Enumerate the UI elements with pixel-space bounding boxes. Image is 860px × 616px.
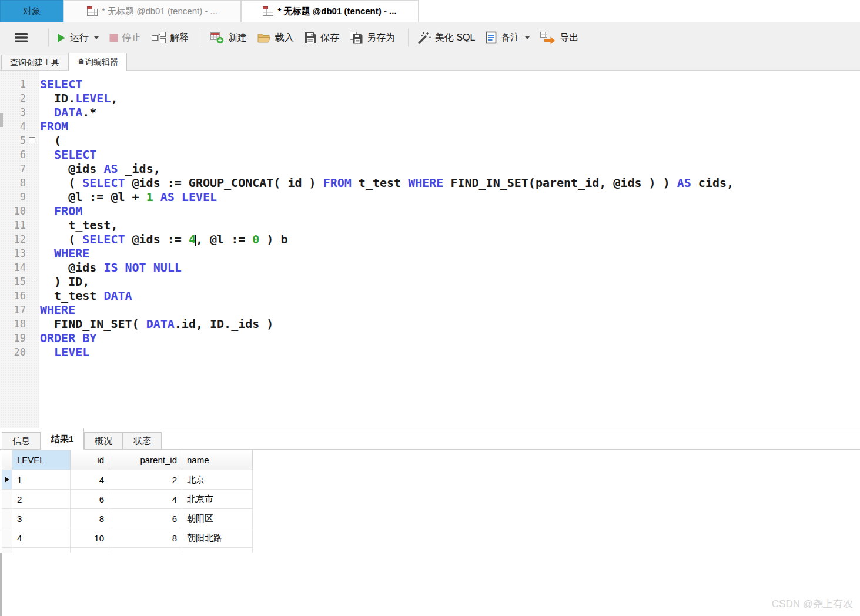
toolbar-separator	[202, 29, 202, 46]
grid-cell[interactable]: 4	[71, 470, 109, 490]
tab-query-1[interactable]: * 无标题 @db01 (tencent) - ...	[63, 0, 241, 22]
code-line[interactable]: 19ORDER BY	[0, 331, 860, 345]
note-dropdown-icon[interactable]	[525, 36, 530, 39]
sql-editor[interactable]: 1SELECT2 ID.LEVEL,3 DATA.*4FROM5 (6 SELE…	[0, 71, 860, 428]
grid-column-header[interactable]: LEVEL	[12, 450, 71, 470]
code-line[interactable]: 17WHERE	[0, 303, 860, 317]
new-query-button[interactable]: 新建	[210, 31, 247, 44]
code-text[interactable]: t_test DATA	[40, 289, 132, 303]
code-text[interactable]: @ids IS NOT NULL	[40, 260, 182, 274]
row-header-cell[interactable]	[2, 470, 12, 490]
code-line[interactable]: 11 t_test,	[0, 218, 860, 232]
save-as-label: 另存为	[367, 32, 395, 44]
grid-column-header[interactable]: parent_id	[109, 450, 182, 470]
code-text[interactable]: SELECT	[40, 77, 82, 91]
result-tab-result1[interactable]: 结果1	[41, 428, 84, 450]
explain-button[interactable]: 解释	[152, 32, 189, 44]
grid-cell[interactable]: 10	[71, 528, 109, 548]
grid-cell[interactable]: 8	[71, 509, 109, 528]
run-button[interactable]: 运行	[57, 32, 99, 44]
tab-objects[interactable]: 对象	[0, 0, 63, 22]
collapse-icon[interactable]	[29, 137, 35, 143]
code-text[interactable]: FIND_IN_SET( DATA.id, ID._ids )	[40, 317, 273, 331]
grid-cell[interactable]: 4	[12, 528, 71, 548]
code-line[interactable]: 7 @ids AS _ids,	[0, 162, 860, 176]
run-dropdown-icon[interactable]	[94, 36, 99, 39]
grid-corner-cell[interactable]	[2, 450, 12, 470]
code-text[interactable]: ) ID,	[40, 274, 89, 289]
code-line[interactable]: 3 DATA.*	[0, 105, 860, 119]
grid-row[interactable]: 142北京	[2, 470, 253, 490]
grid-row[interactable]: 386朝阳区	[2, 509, 253, 528]
grid-cell[interactable]: 1	[12, 470, 71, 490]
menu-button[interactable]	[14, 32, 28, 43]
tab-query-2-active[interactable]: * 无标题 @db01 (tencent) - ...	[241, 0, 419, 22]
code-line[interactable]: 12 ( SELECT @ids := 4, @l := 0 ) b	[0, 232, 860, 246]
code-text[interactable]: ( SELECT @ids := 4, @l := 0 ) b	[40, 232, 287, 246]
code-line[interactable]: 15 ) ID,	[0, 274, 860, 289]
tab-query-builder[interactable]: 查询创建工具	[1, 55, 68, 70]
grid-cell[interactable]: 北京	[182, 470, 253, 490]
code-text[interactable]: DATA.*	[40, 105, 96, 119]
grid-column-header[interactable]: name	[182, 450, 253, 470]
result-tab-info[interactable]: 信息	[2, 432, 41, 449]
code-text[interactable]: FROM	[40, 119, 68, 133]
code-line[interactable]: 4FROM	[0, 119, 860, 133]
code-text[interactable]: ID.LEVEL,	[40, 91, 118, 105]
code-line[interactable]: 6 SELECT	[0, 148, 860, 162]
result-tab-profile[interactable]: 概况	[84, 432, 123, 449]
code-line[interactable]: 16 t_test DATA	[0, 289, 860, 303]
code-text[interactable]: t_test,	[40, 218, 118, 232]
code-text[interactable]: LEVEL	[40, 345, 89, 359]
grid-cell[interactable]: 朝阳区	[182, 509, 253, 528]
code-text[interactable]: ( SELECT @ids := GROUP_CONCAT( id ) FROM…	[40, 176, 734, 190]
code-text[interactable]: @ids AS _ids,	[40, 162, 160, 176]
save-button[interactable]: 保存	[304, 32, 339, 44]
code-text[interactable]: WHERE	[40, 246, 89, 260]
code-text[interactable]: WHERE	[40, 303, 75, 317]
row-header-cell[interactable]	[2, 528, 12, 548]
fold-marker-start[interactable]	[26, 133, 39, 148]
grid-column-header[interactable]: id	[71, 450, 109, 470]
code-line[interactable]: 14 @ids IS NOT NULL	[0, 260, 860, 274]
grid-cell[interactable]: 2	[109, 470, 182, 490]
code-text[interactable]: SELECT	[40, 148, 96, 162]
grid-cell[interactable]: 8	[109, 528, 182, 548]
code-text[interactable]: FROM	[40, 204, 82, 218]
tab-query-builder-label: 查询创建工具	[10, 58, 59, 68]
save-as-icon	[350, 32, 363, 44]
beautify-sql-button[interactable]: 美化 SQL	[417, 31, 475, 44]
grid-cell[interactable]: 朝阳北路	[182, 528, 253, 548]
stop-button[interactable]: 停止	[109, 32, 141, 44]
grid-row[interactable]: 264北京市	[2, 490, 253, 509]
code-line[interactable]: 18 FIND_IN_SET( DATA.id, ID._ids )	[0, 317, 860, 331]
tab-query-editor[interactable]: 查询编辑器	[68, 53, 127, 71]
grid-cell[interactable]: 6	[109, 509, 182, 528]
code-text[interactable]: (	[40, 133, 61, 148]
grid-cell[interactable]: 4	[109, 490, 182, 509]
code-line[interactable]: 10 FROM	[0, 204, 860, 218]
export-button[interactable]: 导出	[540, 32, 578, 44]
result-tab-status[interactable]: 状态	[123, 432, 162, 449]
row-header-cell[interactable]	[2, 509, 12, 528]
grid-cell[interactable]: 2	[12, 490, 71, 509]
code-line[interactable]: 8 ( SELECT @ids := GROUP_CONCAT( id ) FR…	[0, 176, 860, 190]
grid-cell[interactable]: 北京市	[182, 490, 253, 509]
grid-row[interactable]: 4108朝阳北路	[2, 528, 253, 548]
query-table-icon	[87, 6, 98, 16]
code-line[interactable]: 2 ID.LEVEL,	[0, 91, 860, 105]
code-line[interactable]: 1SELECT	[0, 77, 860, 91]
code-text[interactable]: @l := @l + 1 AS LEVEL	[40, 190, 217, 204]
note-button[interactable]: 备注	[486, 31, 530, 44]
code-line[interactable]: 9 @l := @l + 1 AS LEVEL	[0, 190, 860, 204]
grid-cell[interactable]: 6	[71, 490, 109, 509]
load-button[interactable]: 载入	[257, 32, 294, 44]
code-line[interactable]: 13 WHERE	[0, 246, 860, 260]
grid-partial-row	[2, 548, 253, 553]
code-line[interactable]: 20 LEVEL	[0, 345, 860, 359]
grid-cell[interactable]: 3	[12, 509, 71, 528]
save-as-button[interactable]: 另存为	[350, 32, 395, 44]
row-header-cell[interactable]	[2, 490, 12, 509]
code-text[interactable]: ORDER BY	[40, 331, 96, 345]
code-line[interactable]: 5 (	[0, 133, 860, 148]
